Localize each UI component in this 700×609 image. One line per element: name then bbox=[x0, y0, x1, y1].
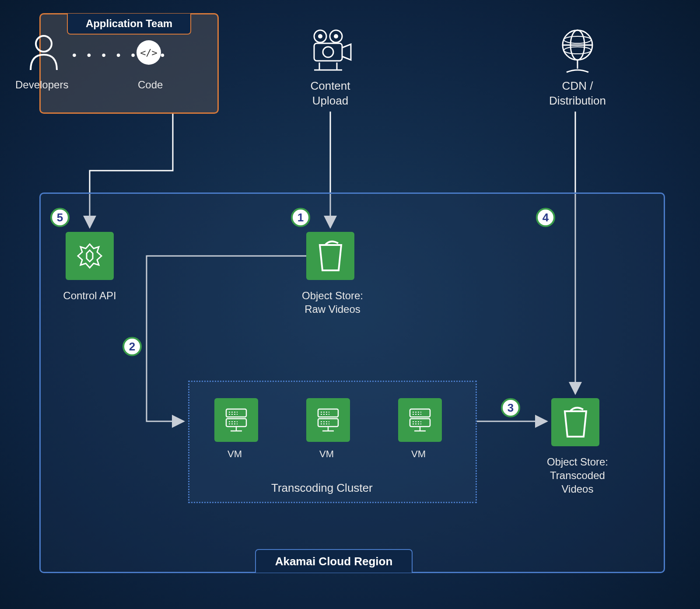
vm-node-1 bbox=[214, 398, 258, 442]
bucket-icon bbox=[561, 406, 590, 439]
step-1-badge: 1 bbox=[291, 208, 310, 227]
step-4-badge: 4 bbox=[536, 208, 555, 227]
cloud-region-title: Akamai Cloud Region bbox=[255, 549, 413, 573]
control-api-label: Control API bbox=[59, 289, 120, 302]
svg-rect-32 bbox=[410, 419, 430, 427]
svg-rect-15 bbox=[226, 409, 246, 417]
step-2-badge: 2 bbox=[122, 337, 142, 356]
camera-icon bbox=[306, 28, 354, 74]
svg-rect-7 bbox=[314, 43, 342, 61]
bucket-icon bbox=[316, 240, 345, 273]
cdn-label: CDN / Distribution bbox=[538, 79, 617, 108]
step-3-badge: 3 bbox=[501, 398, 520, 417]
gear-icon bbox=[74, 241, 105, 271]
vm3-label: VM bbox=[411, 448, 426, 460]
step-5-badge: 5 bbox=[50, 208, 70, 227]
transcoded-videos-store bbox=[551, 398, 599, 446]
transcoded-store-label: Object Store: Transcoded Videos bbox=[542, 455, 612, 496]
server-icon bbox=[313, 405, 343, 435]
svg-point-8 bbox=[323, 47, 333, 57]
cluster-title: Transcoding Cluster bbox=[271, 481, 373, 495]
code-label: Code bbox=[138, 79, 163, 91]
svg-rect-31 bbox=[410, 409, 430, 417]
raw-videos-store bbox=[306, 232, 354, 280]
control-api-service bbox=[66, 232, 114, 280]
application-team-title: Application Team bbox=[67, 14, 191, 35]
svg-point-6 bbox=[334, 34, 338, 38]
developers-label: Developers bbox=[15, 79, 68, 91]
application-team-group: Application Team bbox=[39, 13, 219, 114]
vm2-label: VM bbox=[319, 448, 334, 460]
content-upload-label: Content Upload bbox=[298, 79, 363, 108]
svg-text:</>: </> bbox=[140, 47, 158, 58]
svg-rect-24 bbox=[318, 419, 338, 427]
vm1-label: VM bbox=[228, 448, 242, 460]
developers-icon bbox=[26, 33, 61, 74]
server-icon bbox=[405, 405, 435, 435]
globe-icon bbox=[558, 28, 597, 76]
svg-rect-23 bbox=[318, 409, 338, 417]
code-icon: </> bbox=[136, 39, 162, 67]
vm-node-2 bbox=[306, 398, 350, 442]
svg-point-13 bbox=[564, 47, 591, 54]
svg-point-0 bbox=[36, 36, 52, 52]
server-icon bbox=[221, 405, 252, 435]
svg-rect-16 bbox=[226, 419, 246, 427]
raw-store-label: Object Store: Raw Videos bbox=[293, 289, 372, 316]
svg-point-4 bbox=[318, 34, 322, 38]
svg-point-12 bbox=[564, 36, 591, 43]
vm-node-3 bbox=[398, 398, 442, 442]
